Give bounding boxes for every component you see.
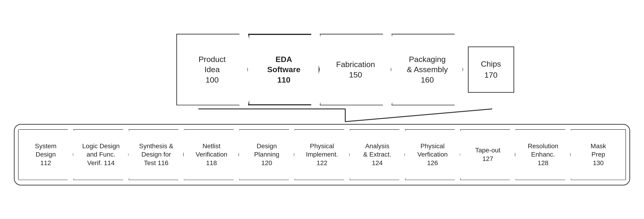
bottom-chevron-mask-prep: MaskPrep130 [571,129,626,180]
top-row: ProductIdea100EDASoftware110Fabrication1… [176,34,514,105]
bottom-row-wrapper: SystemDesign112Logic Designand Func.Veri… [14,124,630,186]
bottom-chevron-resolution: ResolutionEnhanc.128 [515,129,571,180]
top-chevron-fabrication: Fabrication150 [320,34,392,105]
bottom-chevron-physical-impl: PhysicalImplement.122 [294,129,350,180]
bottom-chevron-label-design-planning: DesignPlanning120 [254,142,279,167]
bottom-chevron-label-synthesis: Synthesis &Design forTest 116 [139,142,173,167]
bottom-chevron-label-logic-design: Logic Designand Func.Verif. 114 [82,142,120,167]
bottom-chevron-netlist: NetlistVerification118 [184,129,239,180]
top-chevron-eda-software: EDASoftware110 [248,34,320,105]
bottom-chevron-physical-verif: PhysicalVerfication126 [405,129,460,180]
bottom-chevron-label-mask-prep: MaskPrep130 [590,142,606,167]
bottom-chevron-design-planning: DesignPlanning120 [239,129,294,180]
top-chevron-label-packaging: Packaging& Assembly160 [407,54,448,85]
bottom-chevron-analysis: Analysis& Extract.124 [350,129,405,180]
bottom-chevron-label-system-design: SystemDesign112 [35,142,56,167]
top-chevron-label-fabrication: Fabrication150 [336,59,375,80]
top-chevron-label-eda-software: EDASoftware110 [267,54,300,85]
chips-box: Chips170 [468,46,514,93]
top-chevron-product-idea: ProductIdea100 [176,34,248,105]
top-chevron-label-product-idea: ProductIdea100 [198,54,226,85]
bottom-chevron-label-resolution: ResolutionEnhanc.128 [528,142,558,167]
brace-area [198,108,492,126]
bottom-chevron-synthesis: Synthesis &Design forTest 116 [129,129,184,180]
bottom-chevron-label-analysis: Analysis& Extract.124 [363,142,391,167]
bottom-chevron-logic-design: Logic Designand Func.Verif. 114 [73,129,129,180]
bottom-chevron-label-tape-out: Tape-out127 [475,146,500,163]
top-chevron-packaging: Packaging& Assembly160 [392,34,463,105]
bottom-chevron-tape-out: Tape-out127 [460,129,516,180]
diagram-container: ProductIdea100EDASoftware110Fabrication1… [14,34,630,186]
brace-svg [198,108,492,126]
bottom-chevron-label-netlist: NetlistVerification118 [196,142,227,167]
bottom-chevron-label-physical-impl: PhysicalImplement.122 [306,142,338,167]
bottom-chevron-system-design: SystemDesign112 [18,129,73,180]
bottom-row: SystemDesign112Logic Designand Func.Veri… [18,129,626,180]
bottom-chevron-label-physical-verif: PhysicalVerfication126 [418,142,448,167]
